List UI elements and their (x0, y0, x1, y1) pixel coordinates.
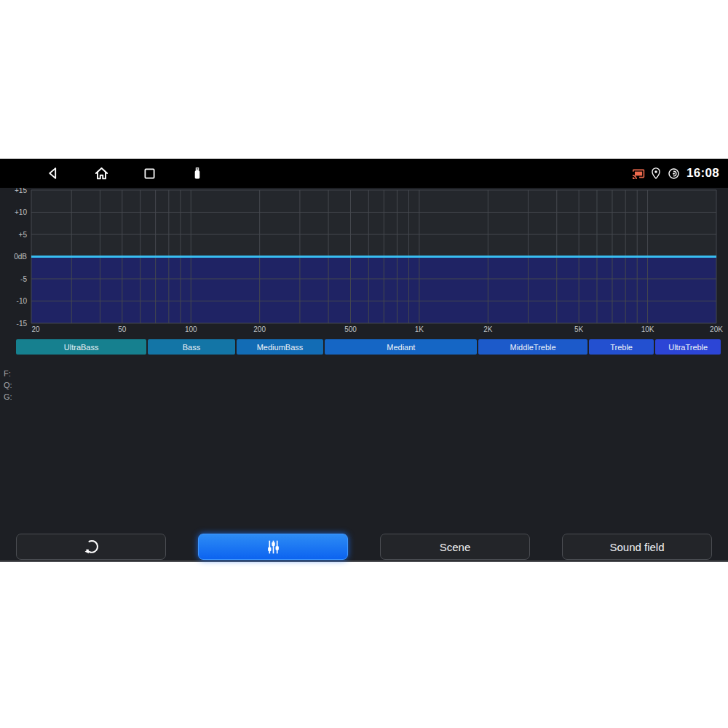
band-label-middletreble: MiddleTreble (478, 339, 587, 355)
clock: 16:08 (687, 166, 719, 181)
band-label-mediant: Mediant (325, 339, 477, 355)
recents-icon (142, 166, 157, 181)
home-icon (93, 165, 110, 182)
reset-button[interactable] (16, 534, 166, 560)
band-row: UltraBassBassMediumBassMediantMiddleTreb… (16, 339, 721, 355)
x-tick-label: 1K (415, 325, 424, 333)
eq-response-graph: +15+10+50dB-5-10-1520501002005001K2K5K10… (0, 188, 728, 336)
y-tick-label: +10 (15, 208, 27, 216)
hotspot-icon (667, 167, 681, 181)
usb-drive-icon (189, 165, 205, 181)
screen-cast-icon (631, 167, 645, 181)
x-tick-label: 200 (253, 325, 266, 333)
nav-bar (44, 159, 206, 188)
x-tick-label: 50 (118, 325, 127, 333)
y-tick-label: -5 (20, 275, 27, 283)
freq-row-label: F: (4, 368, 15, 380)
y-tick-label: -10 (17, 297, 28, 305)
x-tick-label: 20 (31, 325, 40, 333)
x-tick-label: 10K (641, 325, 654, 333)
band-label-mediumbass: MediumBass (237, 339, 324, 355)
equalizer-screen: 16:08 +15+10+50dB-5-10-1520501002005001K… (0, 159, 728, 562)
param-row-labels: F: Q: G: (4, 368, 15, 403)
status-bar: 16:08 (0, 159, 728, 188)
band-label-ultrabass: UltraBass (16, 339, 146, 355)
q-row-label: Q: (4, 380, 15, 392)
location-icon (649, 167, 662, 180)
x-tick-label: 20K (710, 325, 723, 333)
bottom-button-bar: Scene Sound field (16, 534, 712, 560)
x-tick-label: 5K (574, 325, 584, 333)
eq-plot-svg: +15+10+50dB-5-10-1520501002005001K2K5K10… (0, 188, 728, 336)
recents-button[interactable] (141, 165, 158, 182)
status-indicators: 16:08 (631, 159, 719, 188)
sliders-icon (264, 538, 282, 556)
scene-button[interactable]: Scene (380, 534, 530, 560)
sound-field-button-label: Sound field (609, 541, 664, 553)
x-tick-label: 100 (185, 325, 197, 333)
rotate-ccw-icon (82, 538, 100, 556)
back-button[interactable] (44, 165, 62, 182)
scene-button-label: Scene (440, 541, 471, 553)
y-tick-label: -15 (17, 320, 28, 328)
band-label-bass: Bass (148, 339, 235, 355)
x-tick-label: 500 (344, 325, 357, 333)
y-tick-label: +15 (15, 188, 27, 194)
y-tick-label: +5 (19, 231, 28, 239)
equalizer-button[interactable] (198, 534, 348, 560)
band-label-treble: Treble (589, 339, 654, 355)
sound-field-button[interactable]: Sound field (562, 534, 712, 560)
back-icon (45, 165, 61, 181)
y-tick-label: 0dB (14, 253, 27, 261)
x-tick-label: 2K (483, 325, 493, 333)
usb-button[interactable] (189, 165, 206, 182)
gain-row-label: G: (4, 392, 15, 403)
home-button[interactable] (92, 165, 110, 182)
band-label-ultratreble: UltraTreble (655, 339, 721, 355)
